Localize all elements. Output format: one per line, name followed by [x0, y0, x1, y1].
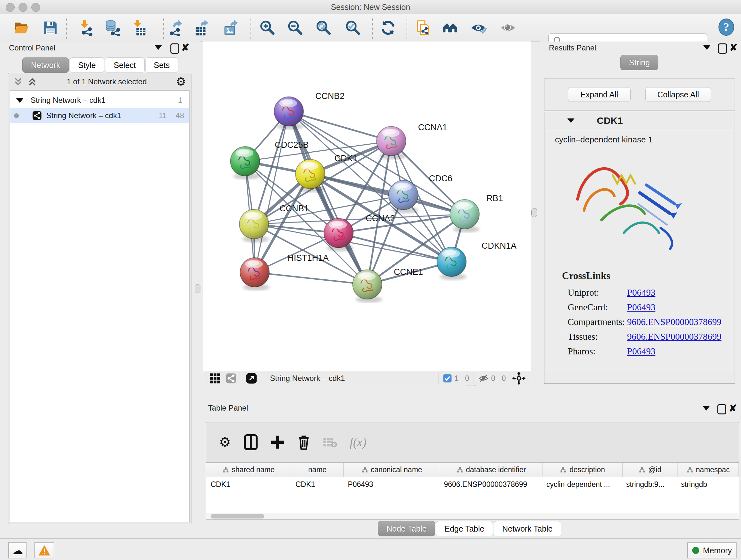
import-network-button[interactable] [77, 19, 95, 37]
clone-network-button[interactable] [414, 19, 432, 37]
gear-icon[interactable]: ⚙ [219, 436, 231, 448]
expand-all-button[interactable]: Expand All [568, 87, 630, 102]
collapse-arrow-icon[interactable] [567, 118, 575, 123]
add-column-icon[interactable] [271, 435, 285, 449]
tab-string[interactable]: String [620, 55, 658, 70]
detach-view-icon[interactable] [246, 373, 257, 384]
delete-table-icon[interactable] [323, 436, 337, 448]
export-network-button[interactable] [167, 19, 185, 37]
collapse-all-button[interactable]: Collapse All [645, 87, 711, 102]
protein-card: CDK1 cyclin–dependent kinase 1 [544, 112, 735, 384]
table-row[interactable]: CDK1CDK1P064939606.ENSP00000378699cyclin… [206, 477, 739, 491]
table-cell[interactable]: stringdb:9... [622, 477, 677, 491]
tab-edge-table[interactable]: Edge Table [436, 521, 493, 537]
table-cell[interactable]: cyclin-dependent ... [542, 477, 622, 491]
network-edge[interactable] [255, 111, 289, 272]
selected-checkbox-icon[interactable] [443, 374, 452, 383]
tab-select[interactable]: Select [105, 57, 144, 73]
zoom-out-button[interactable] [286, 19, 304, 37]
gear-icon[interactable]: ⚙ [176, 76, 186, 87]
table-cell[interactable]: P06493 [343, 477, 440, 491]
panel-menu-icon[interactable] [703, 406, 710, 412]
column-header-database-identifier[interactable]: database identifier [440, 462, 543, 477]
float-panel-icon[interactable] [171, 44, 179, 55]
hidden-count: 0 - 0 [491, 374, 506, 383]
crosslink-link[interactable]: P06493 [627, 302, 656, 313]
column-header-description[interactable]: description [543, 462, 623, 477]
zoom-in-button[interactable] [259, 19, 276, 37]
memory-button[interactable]: Memory [687, 543, 737, 558]
warnings-button[interactable] [35, 543, 54, 558]
horizontal-scrollbar[interactable] [206, 513, 739, 519]
table-cell[interactable]: CDK1 [291, 477, 343, 491]
function-builder-icon[interactable]: f(x) [350, 435, 367, 449]
zoom-fit-button[interactable] [315, 19, 333, 37]
splitter-handle[interactable] [195, 284, 200, 293]
panel-menu-icon[interactable] [703, 45, 711, 51]
table-cell[interactable]: CDK1 [206, 477, 291, 491]
columns-icon[interactable] [244, 434, 258, 450]
table-cell[interactable]: stringdb [677, 477, 737, 491]
network-overview-button[interactable] [441, 19, 459, 37]
protein-card-header[interactable]: CDK1 [544, 112, 735, 129]
column-header-shared-name[interactable]: shared name [206, 462, 291, 477]
close-panel-icon[interactable]: ✘ [181, 44, 189, 52]
fit-content-icon[interactable] [512, 372, 526, 385]
close-panel-icon[interactable]: ✘ [730, 44, 738, 52]
float-panel-icon[interactable] [718, 44, 727, 55]
network-node-CCNE1[interactable]: CCNE1 [353, 267, 423, 303]
tab-sets[interactable]: Sets [145, 57, 179, 73]
toolbar-separator [251, 17, 251, 39]
splitter-handle[interactable] [531, 208, 537, 217]
crosslink-link[interactable]: 9606.ENSP00000378699 [627, 317, 722, 327]
cloud-button[interactable]: ☁ [8, 543, 27, 558]
zoom-selected-button[interactable] [344, 19, 362, 37]
tab-network[interactable]: Network [22, 57, 69, 73]
network-node-RB1[interactable]: RB1 [450, 193, 503, 233]
status-bar: ☁ Memory [0, 538, 741, 560]
tab-network-table[interactable]: Network Table [494, 521, 561, 537]
import-table-button[interactable] [130, 19, 148, 37]
column-header-name[interactable]: name [291, 462, 344, 477]
crosslink-link[interactable]: P06493 [627, 346, 656, 357]
tab-node-table[interactable]: Node Table [378, 521, 435, 537]
export-image-button[interactable] [222, 19, 240, 37]
network-edge[interactable] [255, 272, 367, 285]
collapse-arrow-icon[interactable] [16, 98, 23, 103]
network-collection-row[interactable]: String Network – cdk1 1 [10, 92, 189, 108]
export-table-button[interactable] [193, 19, 211, 37]
column-header-canonical-name[interactable]: canonical name [344, 462, 440, 477]
hide-labels-button[interactable] [469, 19, 487, 37]
network-row-selected[interactable]: String Network – cdk1 11 48 [10, 108, 189, 123]
node-label: CCNB2 [315, 91, 345, 101]
delete-column-icon[interactable] [297, 434, 310, 450]
main-toolbar: ? [0, 14, 741, 42]
collapse-all-icon[interactable] [13, 77, 23, 86]
hidden-eye-icon[interactable] [478, 374, 488, 383]
tab-style[interactable]: Style [70, 57, 105, 73]
network-node-CDKN1A[interactable]: CDKN1A [437, 241, 517, 280]
table-cell[interactable]: 9606.ENSP00000378699 [440, 477, 542, 491]
network-graph[interactable]: CCNB2CCNA1CDC25BCDK1CDC6RB1CCNB1CCNA2CDK… [203, 42, 531, 371]
crosslink-link[interactable]: P06493 [627, 287, 656, 298]
scrollbar-thumb[interactable] [211, 514, 264, 518]
expand-all-icon[interactable] [27, 77, 38, 86]
save-session-button[interactable] [42, 19, 59, 37]
houses-icon [442, 19, 458, 36]
column-header--id[interactable]: @id [623, 462, 678, 477]
import-network-from-database-button[interactable] [104, 19, 121, 37]
network-canvas[interactable]: CCNB2CCNA1CDC25BCDK1CDC6RB1CCNB1CCNA2CDK… [203, 42, 531, 385]
column-header-namespac[interactable]: namespac [678, 462, 739, 477]
refresh-button[interactable] [379, 19, 397, 37]
float-panel-icon[interactable] [718, 404, 726, 416]
close-panel-icon[interactable]: ✘ [729, 404, 737, 413]
crosslink-link[interactable]: 9606.ENSP00000378699 [627, 331, 722, 342]
show-labels-button[interactable] [499, 19, 517, 37]
network-node-CCNA1[interactable]: CCNA1 [377, 123, 448, 159]
grid-view-icon[interactable] [210, 373, 220, 384]
help-button[interactable]: ? [718, 18, 735, 36]
open-session-button[interactable] [13, 19, 30, 37]
share-view-icon[interactable] [226, 373, 237, 384]
panel-menu-icon[interactable] [155, 45, 162, 51]
export-image-icon [223, 19, 239, 36]
